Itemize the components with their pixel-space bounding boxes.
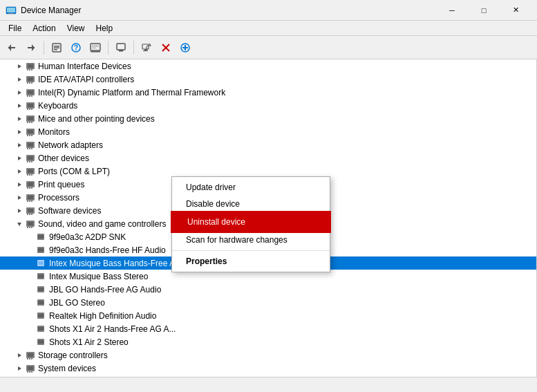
expand-arrow[interactable] (14, 192, 25, 203)
svg-rect-15 (92, 46, 99, 47)
svg-rect-62 (27, 135, 28, 136)
expand-arrow[interactable] (14, 218, 25, 230)
svg-rect-40 (31, 82, 32, 84)
update-driver-toolbar[interactable] (112, 39, 130, 57)
tree-item-sound-9[interactable]: Shots X1 Air 2 Stereo (0, 335, 536, 348)
svg-rect-106 (31, 227, 32, 228)
svg-rect-50 (27, 109, 28, 110)
svg-rect-56 (27, 122, 28, 123)
tree-item-mice[interactable]: Mice and other pointing devices (0, 112, 536, 125)
ctx-item-uninstall-device[interactable]: Uninstall device (172, 212, 330, 232)
svg-rect-17 (91, 51, 100, 53)
menu-item-action[interactable]: Action (27, 22, 61, 35)
ctx-item-disable-device[interactable]: Disable device (172, 196, 330, 212)
tree-item-storage[interactable]: Storage controllers (0, 348, 536, 362)
tree-item-system[interactable]: System devices (0, 362, 536, 375)
add-legacy-toolbar[interactable] (176, 39, 194, 57)
tree-label-network: Network adapters (38, 140, 103, 150)
svg-rect-80 (27, 174, 28, 176)
expand-arrow (25, 245, 36, 256)
expand-arrow[interactable] (14, 350, 25, 361)
tree-label-sound-6: JBL GO Stereo (49, 298, 105, 308)
svg-rect-91 (28, 196, 33, 199)
ctx-item-scan-hardware[interactable]: Scan for hardware changes (172, 232, 330, 248)
svg-rect-67 (28, 143, 33, 147)
properties-button[interactable] (48, 39, 66, 57)
expand-arrow[interactable] (14, 100, 25, 111)
svg-rect-97 (28, 209, 33, 212)
expand-arrow[interactable] (14, 113, 25, 124)
svg-rect-92 (27, 200, 28, 202)
tree-item-keyboards[interactable]: Keyboards (0, 99, 536, 112)
tree-label-sound-8: Shots X1 Air 2 Hands-Free AG A... (49, 324, 176, 334)
tree-item-sound-5[interactable]: JBL GO Hands-Free AG Audio (0, 283, 536, 296)
svg-rect-130 (31, 358, 32, 360)
menu-item-file[interactable]: File (3, 22, 27, 35)
svg-rect-4 (8, 47, 15, 48)
menu-item-view[interactable]: View (62, 22, 91, 35)
tree-label-human-interface: Human Interface Devices (38, 62, 131, 71)
tree-item-human-interface[interactable]: Human Interface Devices (0, 59, 536, 73)
remove-device-toolbar[interactable] (157, 39, 175, 57)
maximize-button[interactable]: □ (468, 0, 500, 21)
svg-marker-41 (18, 91, 21, 95)
svg-rect-45 (29, 95, 30, 97)
tree-item-network[interactable]: Network adapters (0, 138, 536, 151)
tree-item-monitors[interactable]: Monitors (0, 125, 536, 138)
close-button[interactable]: ✕ (500, 0, 531, 21)
svg-rect-108 (38, 235, 44, 239)
tree-label-keyboards: Keyboards (38, 101, 77, 111)
back-button[interactable] (3, 39, 21, 57)
svg-rect-23 (143, 50, 148, 51)
svg-rect-79 (28, 169, 33, 173)
svg-rect-74 (27, 161, 28, 162)
tree-item-sound-7[interactable]: Realtek High Definition Audio (0, 309, 536, 322)
svg-rect-133 (28, 366, 33, 370)
device-icon-usb (25, 376, 36, 377)
svg-rect-2 (8, 13, 14, 14)
expand-arrow[interactable] (14, 363, 25, 374)
expand-arrow[interactable] (14, 74, 25, 85)
svg-rect-69 (29, 148, 30, 149)
tree-item-other[interactable]: Other devices (0, 151, 536, 165)
expand-arrow (25, 271, 36, 282)
svg-rect-10 (54, 49, 57, 50)
svg-rect-34 (31, 69, 32, 71)
expand-arrow[interactable] (14, 153, 25, 164)
expand-arrow[interactable] (14, 61, 25, 72)
svg-rect-110 (38, 248, 44, 252)
menu-item-help[interactable]: Help (91, 22, 119, 35)
help-button[interactable]: ? (67, 39, 85, 57)
ctx-item-update-driver[interactable]: Update driver (172, 179, 330, 196)
svg-rect-136 (31, 371, 32, 373)
forward-button[interactable] (22, 39, 40, 57)
expand-arrow[interactable] (14, 87, 25, 98)
tree-label-software: Software devices (38, 206, 101, 216)
minimize-button[interactable]: ─ (436, 0, 468, 21)
expand-arrow[interactable] (14, 127, 25, 138)
expand-arrow[interactable] (14, 376, 25, 377)
show-hidden-button[interactable] (86, 39, 104, 57)
tree-item-sound-8[interactable]: Shots X1 Air 2 Hands-Free AG A... (0, 322, 536, 335)
device-icon-monitors (25, 127, 36, 138)
svg-rect-120 (38, 314, 44, 317)
tree-item-ide-atapi[interactable]: IDE ATA/ATAPI controllers (0, 73, 536, 86)
svg-rect-31 (28, 64, 33, 68)
tree-item-intel-dynamic[interactable]: Intel(R) Dynamic Platform and Thermal Fr… (0, 86, 536, 99)
svg-rect-124 (38, 340, 44, 344)
device-icon-sound-8 (36, 324, 47, 335)
tree-item-usb[interactable]: Universal Serial Bus controllers (0, 375, 536, 377)
toolbar-sep-2 (108, 41, 109, 55)
expand-arrow[interactable] (14, 140, 25, 151)
svg-marker-131 (18, 366, 21, 371)
expand-arrow[interactable] (14, 205, 25, 216)
svg-rect-114 (38, 274, 44, 278)
tree-item-sound-6[interactable]: JBL GO Stereo (0, 296, 536, 309)
expand-arrow[interactable] (14, 179, 25, 190)
svg-marker-59 (18, 130, 21, 134)
ctx-item-properties[interactable]: Properties (172, 253, 330, 270)
svg-rect-6 (28, 47, 35, 48)
scan-changes-toolbar[interactable] (138, 39, 156, 57)
expand-arrow[interactable] (14, 166, 25, 177)
device-icon-sound-2 (36, 245, 47, 256)
